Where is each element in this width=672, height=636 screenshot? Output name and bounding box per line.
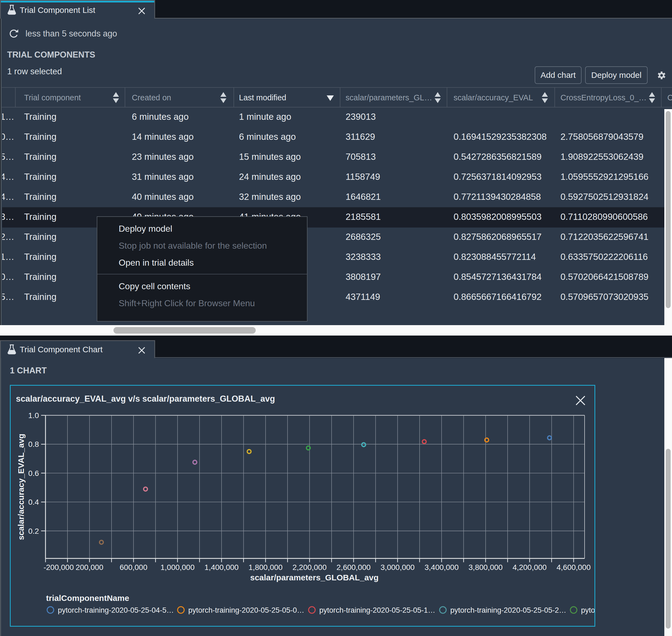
svg-text:-200,000: -200,000 bbox=[44, 563, 74, 572]
svg-text:0.2: 0.2 bbox=[28, 527, 39, 535]
svg-text:600,000: 600,000 bbox=[120, 563, 147, 572]
svg-text:3,800,000: 3,800,000 bbox=[469, 563, 503, 572]
svg-text:0.8: 0.8 bbox=[28, 440, 39, 449]
svg-text:scalar/parameters_GLOBAL_avg: scalar/parameters_GLOBAL_avg bbox=[250, 573, 379, 582]
svg-text:pytorch-training-2020-05-25-05: pytorch-training-2020-05-25-05-1… bbox=[319, 606, 435, 614]
svg-text:pytorch-training-2020-05-25-05: pytorch-training-2020-05-25-05… bbox=[581, 606, 594, 614]
svg-text:1.0: 1.0 bbox=[28, 411, 39, 420]
svg-text:2,200,000: 2,200,000 bbox=[292, 563, 327, 572]
svg-text:4,600,000: 4,600,000 bbox=[557, 563, 591, 572]
svg-text:3,000,000: 3,000,000 bbox=[381, 563, 415, 572]
svg-text:pytorch-training-2020-05-25-05: pytorch-training-2020-05-25-05-0… bbox=[188, 606, 304, 614]
svg-text:1,000,000: 1,000,000 bbox=[160, 563, 195, 572]
svg-text:4,200,000: 4,200,000 bbox=[512, 563, 547, 572]
svg-text:3,400,000: 3,400,000 bbox=[425, 563, 459, 572]
svg-text:0.6: 0.6 bbox=[28, 469, 39, 478]
svg-text:0.4: 0.4 bbox=[28, 498, 39, 506]
svg-text:1,800,000: 1,800,000 bbox=[249, 563, 283, 572]
svg-text:pytorch-training-2020-05-25-04: pytorch-training-2020-05-25-04-5… bbox=[58, 606, 174, 614]
svg-text:2,600,000: 2,600,000 bbox=[337, 563, 371, 572]
svg-text:1,400,000: 1,400,000 bbox=[204, 563, 239, 572]
svg-text:pytorch-training-2020-05-25-05: pytorch-training-2020-05-25-05-2… bbox=[450, 606, 566, 614]
svg-text:trialComponentName: trialComponentName bbox=[46, 594, 129, 602]
svg-text:scalar/accuracy_EVAL_avg: scalar/accuracy_EVAL_avg bbox=[17, 434, 25, 540]
svg-text:200,000: 200,000 bbox=[76, 563, 103, 572]
